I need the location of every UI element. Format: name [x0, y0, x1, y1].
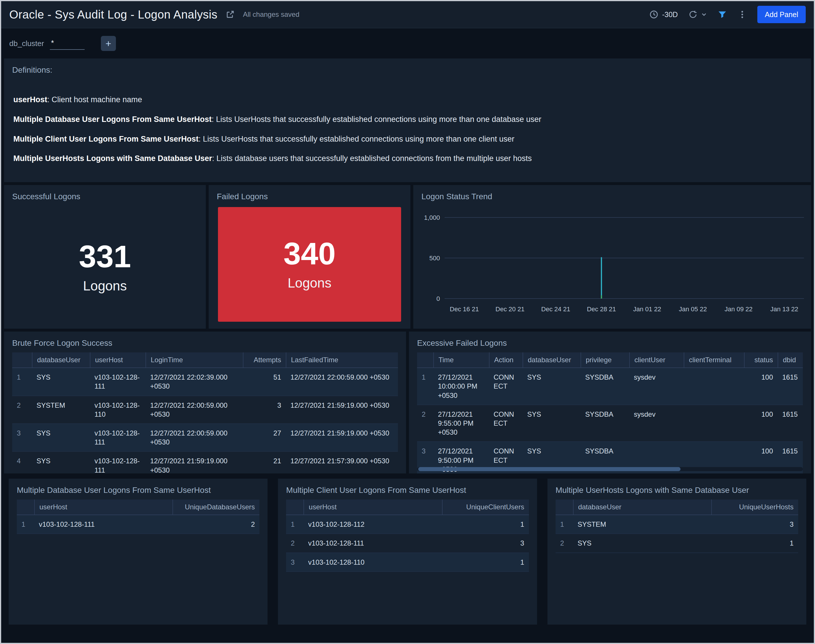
cell-time: 27/12/2021 9:55:00 PM +0530 — [433, 405, 489, 442]
table-row[interactable]: 2 27/12/2021 9:55:00 PM +0530 CONNECT SY… — [417, 405, 803, 442]
table-row[interactable]: 1 v103-102-128-111 2 — [17, 515, 259, 534]
cell-dbid: 1615 — [778, 368, 803, 386]
column-header[interactable]: LoginTime — [146, 353, 243, 368]
table-row[interactable]: 1 27/12/2021 10:00:00 PM +0530 CONNECT S… — [417, 368, 803, 405]
table-row[interactable]: 1 v103-102-128-112 1 — [286, 515, 529, 534]
column-header[interactable]: LastFailedTime — [286, 353, 398, 368]
cell-clientTerminal — [684, 405, 744, 414]
column-header[interactable]: Attempts — [243, 353, 286, 368]
column-header[interactable]: databaseUser — [32, 353, 90, 368]
table-header: databaseUseruserHostLoginTimeAttemptsLas… — [12, 353, 398, 368]
db-cluster-filter-label: db_cluster — [9, 39, 44, 48]
brute-force-table: databaseUseruserHostLoginTimeAttemptsLas… — [12, 353, 398, 474]
cell-status: 100 — [744, 405, 778, 423]
share-button[interactable] — [226, 10, 235, 19]
table-header: TimeActiondatabaseUserprivilegeclientUse… — [417, 353, 803, 368]
table-header: userHostUniqueDatabaseUsers — [17, 500, 259, 515]
table-row[interactable]: 2 SYSTEM v103-102-128-110 12/27/2021 22:… — [12, 396, 398, 424]
cell-lastFailedTime: 12/27/2021 21:57:39.000 +0530 — [286, 452, 398, 470]
table-row[interactable]: 3 v103-102-128-110 1 — [286, 553, 529, 572]
column-header[interactable] — [417, 353, 433, 359]
cell-attempts: 27 — [243, 424, 286, 442]
cell-unique-count: 3 — [442, 534, 529, 552]
column-header[interactable]: dbid — [778, 353, 803, 368]
failed-logons-value-box: 340 Logons — [218, 207, 401, 322]
kpi-row: Successful Logons 331 Logons Failed Logo… — [4, 185, 811, 329]
svg-text:1,000: 1,000 — [424, 214, 440, 221]
cell-clientTerminal — [684, 368, 744, 377]
column-header[interactable]: UniqueClientUsers — [442, 500, 529, 515]
cell-clientUser: sysdev — [629, 368, 684, 386]
header-controls: -30D Add Panel — [649, 6, 806, 23]
header: Oracle - Sys Audit Log - Logon Analysis … — [1, 1, 814, 28]
definition-description: : Lists UserHosts that successfully esta… — [212, 115, 541, 124]
column-header[interactable]: clientUser — [629, 353, 684, 368]
cell-status: 100 — [744, 368, 778, 386]
table-row[interactable]: 1 SYSTEM 3 — [556, 515, 798, 534]
panel-title-multi-client-user: Multiple Client User Logons From Same Us… — [278, 478, 537, 500]
table-row[interactable]: 4 SYS v103-102-128-111 12/27/2021 21:59:… — [12, 452, 398, 474]
scrollbar-thumb[interactable] — [418, 467, 681, 471]
definition-item: userHost: Client host machine name — [13, 94, 802, 106]
table-row[interactable]: 2 SYS 1 — [556, 534, 798, 553]
column-header[interactable]: Action — [489, 353, 523, 368]
add-panel-button[interactable]: Add Panel — [757, 6, 806, 23]
definition-term: Multiple UserHosts Logons with Same Data… — [13, 154, 212, 163]
column-header[interactable] — [12, 353, 32, 359]
excessive-failed-table: TimeActiondatabaseUserprivilegeclientUse… — [417, 353, 803, 474]
cell-databaseUser: SYS — [32, 424, 90, 442]
cell-databaseUser: SYS — [523, 442, 581, 460]
multi-db-user-table: userHostUniqueDatabaseUsers 1 v103-102-1… — [17, 500, 259, 625]
refresh-icon — [688, 10, 698, 19]
cell-userHost: v103-102-128-111 — [303, 534, 442, 552]
cell-clientTerminal — [684, 442, 744, 451]
cell-userHost: v103-102-128-111 — [90, 452, 146, 474]
add-filter-button[interactable]: + — [101, 36, 116, 51]
column-header[interactable]: userHost — [34, 500, 172, 515]
table-row[interactable]: 2 v103-102-128-111 3 — [286, 534, 529, 553]
refresh-control[interactable] — [688, 10, 707, 19]
row-index: 3 — [12, 424, 32, 442]
column-header[interactable]: databaseUser — [523, 353, 581, 368]
column-header[interactable] — [556, 500, 573, 506]
failed-logons-count: 340 — [283, 238, 336, 269]
column-header[interactable]: databaseUser — [573, 500, 711, 515]
logon-status-trend-panel: Logon Status Trend 1,0005000Dec 16 21Dec… — [413, 185, 811, 329]
cell-attempts: 51 — [243, 368, 286, 386]
column-header[interactable]: UniqueUserHosts — [711, 500, 798, 515]
column-header[interactable]: Time — [433, 353, 489, 368]
column-header[interactable]: userHost — [303, 500, 442, 515]
filter-bar: db_cluster * + — [1, 28, 814, 58]
column-header[interactable] — [17, 500, 34, 506]
horizontal-scrollbar[interactable] — [417, 467, 803, 471]
successful-logons-value-area: 331 Logons — [4, 206, 206, 329]
column-header[interactable]: UniqueDatabaseUsers — [172, 500, 259, 515]
db-cluster-filter-input[interactable]: * — [50, 37, 85, 50]
cell-unique-count: 1 — [711, 534, 798, 552]
svg-text:Jan 09 22: Jan 09 22 — [724, 305, 753, 313]
filter-button[interactable] — [717, 9, 727, 19]
table-body: 1 v103-102-128-111 2 — [17, 515, 259, 534]
definition-description: : Lists UserHosts that successfully esta… — [198, 135, 514, 143]
cell-databaseUser: SYS — [523, 405, 581, 423]
cell-userHost: v103-102-128-111 — [34, 515, 172, 534]
clock-icon — [649, 10, 658, 19]
excessive-failed-logons-panel: Excessive Failed Logons TimeActiondataba… — [409, 331, 811, 474]
multi-db-user-panel: Multiple Database User Logons From Same … — [9, 478, 268, 625]
tables-row: Brute Force Logon Success databaseUserus… — [4, 331, 811, 474]
cell-userHost: v103-102-128-111 — [90, 424, 146, 451]
table-row[interactable]: 3 SYS v103-102-128-111 12/27/2021 22:00:… — [12, 424, 398, 452]
page-title: Oracle - Sys Audit Log - Logon Analysis — [9, 8, 217, 21]
time-range-control[interactable]: -30D — [649, 10, 678, 19]
cell-loginTime: 12/27/2021 22:02:39.000 +0530 — [146, 368, 243, 395]
svg-text:Dec 20 21: Dec 20 21 — [496, 305, 524, 313]
row-index: 3 — [417, 442, 433, 460]
more-options-button[interactable] — [738, 10, 747, 19]
panel-title-multi-userhosts: Multiple UserHosts Logons with Same Data… — [547, 478, 806, 500]
column-header[interactable] — [286, 500, 303, 506]
column-header[interactable]: userHost — [90, 353, 146, 368]
table-row[interactable]: 1 SYS v103-102-128-111 12/27/2021 22:02:… — [12, 368, 398, 396]
column-header[interactable]: status — [744, 353, 778, 368]
column-header[interactable]: clientTerminal — [684, 353, 744, 368]
column-header[interactable]: privilege — [581, 353, 629, 368]
